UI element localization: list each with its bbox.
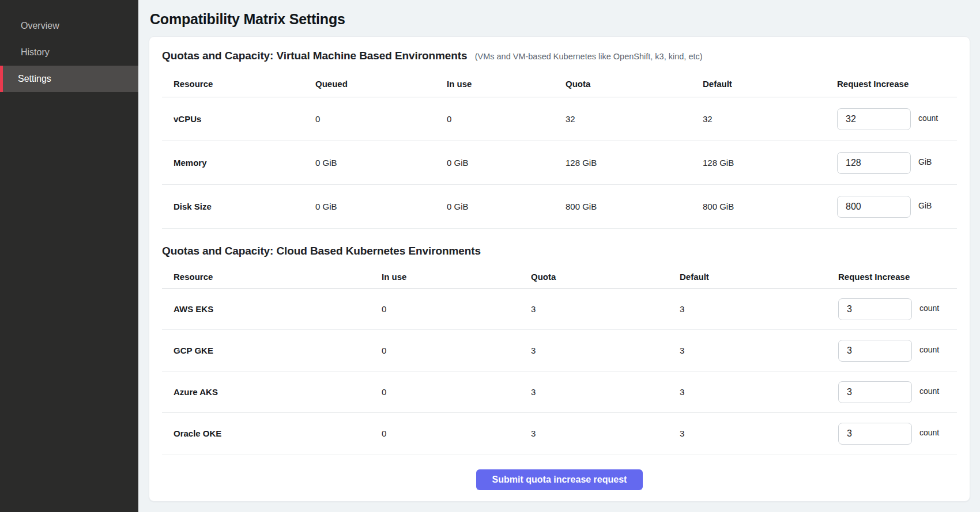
vm-col-request-increase: Request Increase [837,79,957,89]
oracle-oke-request-input[interactable] [838,423,912,445]
in-use-value: 0 [447,114,566,124]
gcp-gke-request-input[interactable] [838,340,912,362]
quota-value: 800 GiB [566,202,703,211]
sidebar-item-settings-label: Settings [18,74,51,84]
cloud-col-quota: Quota [531,272,680,282]
sidebar-item-settings[interactable]: Settings [0,66,138,92]
default-value: 128 GiB [703,158,837,168]
request-increase-cell: count [838,298,957,320]
unit-label: count [919,345,939,354]
cloud-section-heading: Quotas and Capacity: Cloud Based Kuberne… [162,244,957,259]
vm-col-resource: Resource [162,79,315,89]
sidebar-item-overview-label: Overview [21,21,59,31]
resource-name: Azure AKS [162,387,382,397]
quota-value: 32 [566,114,703,124]
queued-value: 0 [315,114,447,124]
vm-section-heading-text: Quotas and Capacity: Virtual Machine Bas… [162,50,467,62]
azure-aks-request-input[interactable] [838,381,912,403]
resource-name: Oracle OKE [162,428,382,438]
resource-name: vCPUs [162,114,315,124]
vm-col-queued: Queued [315,79,447,89]
default-value: 3 [680,346,838,355]
request-increase-cell: count [837,108,957,130]
quota-value: 3 [531,304,680,314]
vm-quotas-section: Quotas and Capacity: Virtual Machine Bas… [162,48,957,229]
settings-card: Quotas and Capacity: Virtual Machine Bas… [149,36,970,502]
resource-name: AWS EKS [162,304,382,314]
vm-col-default: Default [703,79,837,89]
vm-section-subtitle: (VMs and VM-based Kubernetes like OpenSh… [475,52,703,61]
table-row: AWS EKS 0 3 3 count [162,289,957,330]
sidebar: Overview History Settings [0,0,138,512]
request-increase-cell: count [838,423,957,445]
cloud-col-request-increase: Request Increase [838,272,957,282]
disk-size-request-input[interactable] [837,196,911,218]
unit-label: GiB [918,157,932,166]
unit-label: count [919,386,939,396]
cloud-col-resource: Resource [162,272,382,282]
vm-section-heading: Quotas and Capacity: Virtual Machine Bas… [162,48,957,64]
resource-name: Disk Size [162,202,315,211]
sidebar-item-history-label: History [21,47,50,58]
in-use-value: 0 [382,428,531,438]
cloud-quotas-section: Quotas and Capacity: Cloud Based Kuberne… [162,244,957,454]
aws-eks-request-input[interactable] [838,298,912,320]
memory-request-input[interactable] [837,152,911,174]
queued-value: 0 GiB [315,158,447,168]
resource-name: GCP GKE [162,346,382,355]
default-value: 800 GiB [703,202,837,211]
table-row: Oracle OKE 0 3 3 count [162,413,957,454]
cloud-table-header: Resource In use Quota Default Request In… [162,266,957,289]
table-row: Memory 0 GiB 0 GiB 128 GiB 128 GiB GiB [162,141,957,185]
in-use-value: 0 [382,387,531,397]
submit-quota-increase-button[interactable]: Submit quota increase request [476,469,643,490]
in-use-value: 0 [382,346,531,355]
quota-value: 128 GiB [566,158,703,168]
in-use-value: 0 GiB [447,158,566,168]
sidebar-item-overview[interactable]: Overview [0,13,138,39]
default-value: 3 [680,387,838,397]
default-value: 3 [680,428,838,438]
unit-label: count [919,304,939,313]
default-value: 3 [680,304,838,314]
request-increase-cell: count [838,340,957,362]
quota-value: 3 [531,387,680,397]
request-increase-cell: GiB [837,196,957,218]
unit-label: count [919,428,939,437]
quota-value: 3 [531,346,680,355]
submit-button-container: Submit quota increase request [162,469,957,490]
in-use-value: 0 [382,304,531,314]
cloud-col-default: Default [680,272,838,282]
page-title: Compatibility Matrix Settings [150,11,970,28]
request-increase-cell: GiB [837,152,957,174]
table-row: vCPUs 0 0 32 32 count [162,97,957,141]
unit-label: GiB [918,201,932,210]
default-value: 32 [703,114,837,124]
vm-col-in-use: In use [447,79,566,89]
table-row: GCP GKE 0 3 3 count [162,330,957,371]
sidebar-item-history[interactable]: History [0,39,138,66]
table-row: Azure AKS 0 3 3 count [162,371,957,413]
request-increase-cell: count [838,381,957,403]
vm-col-quota: Quota [566,79,703,89]
quota-value: 3 [531,428,680,438]
cloud-col-in-use: In use [382,272,531,282]
queued-value: 0 GiB [315,202,447,211]
main-content: Compatibility Matrix Settings Quotas and… [138,0,980,512]
vm-table-header: Resource Queued In use Quota Default Req… [162,71,957,97]
table-row: Disk Size 0 GiB 0 GiB 800 GiB 800 GiB Gi… [162,185,957,229]
unit-label: count [918,113,938,123]
in-use-value: 0 GiB [447,202,566,211]
vcpus-request-input[interactable] [837,108,911,130]
resource-name: Memory [162,158,315,168]
